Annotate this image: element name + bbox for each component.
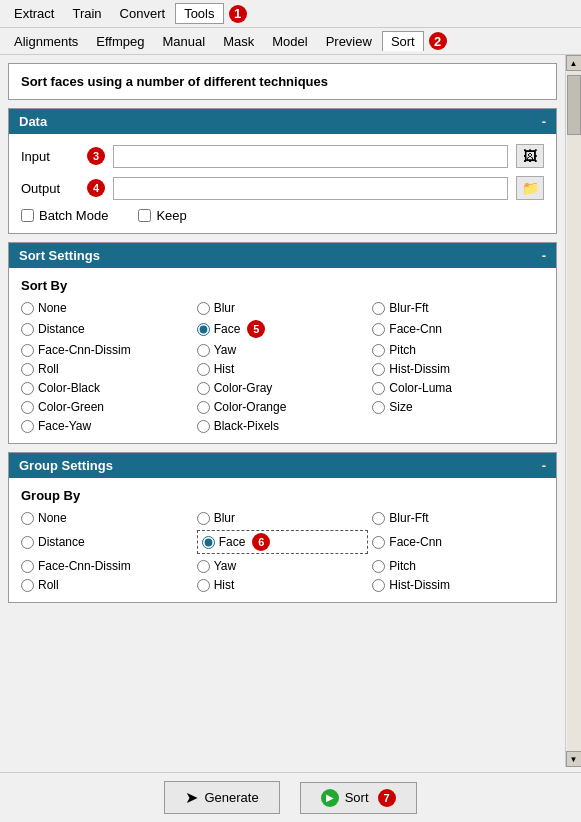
tab-manual[interactable]: Manual	[155, 32, 214, 51]
sort-color-orange: Color-Orange	[197, 400, 369, 414]
sort-button[interactable]: ▶ Sort 7	[300, 782, 417, 814]
output-browse-button[interactable]: 📁	[516, 176, 544, 200]
group-hist-dissim: Hist-Dissim	[372, 578, 544, 592]
sort-settings-header: Sort Settings -	[9, 243, 556, 268]
menu-convert[interactable]: Convert	[112, 4, 174, 23]
group-face-cnn-dissim-radio[interactable]	[21, 560, 34, 573]
menu-extract[interactable]: Extract	[6, 4, 62, 23]
group-roll: Roll	[21, 578, 193, 592]
sort-yaw-radio[interactable]	[197, 344, 210, 357]
batch-mode-checkbox[interactable]	[21, 209, 34, 222]
sort-label: Sort	[345, 790, 369, 805]
group-none-radio[interactable]	[21, 512, 34, 525]
menubar1: Extract Train Convert Tools 1	[0, 0, 581, 28]
generate-label: Generate	[204, 790, 258, 805]
tab-model[interactable]: Model	[264, 32, 315, 51]
sort-none-radio[interactable]	[21, 302, 34, 315]
group-pitch: Pitch	[372, 559, 544, 573]
group-face-cnn: Face-Cnn	[372, 530, 544, 554]
scroll-down-arrow[interactable]: ▼	[566, 751, 582, 767]
keep-label: Keep	[156, 208, 186, 223]
data-section-collapse[interactable]: -	[542, 114, 546, 129]
sort-color-luma: Color-Luma	[372, 381, 544, 395]
sort-distance-radio[interactable]	[21, 323, 34, 336]
sort-black-pixels-radio[interactable]	[197, 420, 210, 433]
group-distance-radio[interactable]	[21, 536, 34, 549]
tab-alignments[interactable]: Alignments	[6, 32, 86, 51]
input-label: Input	[21, 149, 76, 164]
sort-face: Face 5	[197, 320, 369, 338]
scroll-up-arrow[interactable]: ▲	[566, 55, 582, 71]
group-yaw: Yaw	[197, 559, 369, 573]
sort-color-gray-radio[interactable]	[197, 382, 210, 395]
data-section-body: Input 3 🖼 Output 4 📁 Batch Mode	[9, 134, 556, 233]
group-yaw-radio[interactable]	[197, 560, 210, 573]
sort-color-green-radio[interactable]	[21, 401, 34, 414]
batch-mode-item: Batch Mode	[21, 208, 108, 223]
group-face-cnn-radio[interactable]	[372, 536, 385, 549]
menubar2: Alignments Effmpeg Manual Mask Model Pre…	[0, 28, 581, 55]
sort-face-cnn-radio[interactable]	[372, 323, 385, 336]
sort-face-badge: 5	[247, 320, 265, 338]
output-label: Output	[21, 181, 76, 196]
main-container: Sort faces using a number of different t…	[0, 55, 581, 767]
sort-face-cnn: Face-Cnn	[372, 320, 544, 338]
data-section-title: Data	[19, 114, 47, 129]
keep-checkbox[interactable]	[138, 209, 151, 222]
group-hist-dissim-radio[interactable]	[372, 579, 385, 592]
input-row: Input 3 🖼	[21, 144, 544, 168]
description-box: Sort faces using a number of different t…	[8, 63, 557, 100]
input-browse-button[interactable]: 🖼	[516, 144, 544, 168]
menu-tools[interactable]: Tools	[175, 3, 223, 24]
sort-color-orange-radio[interactable]	[197, 401, 210, 414]
output-field[interactable]	[113, 177, 508, 200]
data-section: Data - Input 3 🖼 Output 4 📁	[8, 108, 557, 234]
sort-roll-radio[interactable]	[21, 363, 34, 376]
group-blur-fft-radio[interactable]	[372, 512, 385, 525]
output-badge: 4	[87, 179, 105, 197]
input-badge: 3	[87, 147, 105, 165]
tab-effmpeg[interactable]: Effmpeg	[88, 32, 152, 51]
sort-settings-collapse[interactable]: -	[542, 248, 546, 263]
tab-mask[interactable]: Mask	[215, 32, 262, 51]
tab-preview[interactable]: Preview	[318, 32, 380, 51]
group-by-label: Group By	[21, 488, 544, 503]
sort-yaw: Yaw	[197, 343, 369, 357]
sort-settings-body: Sort By None Blur Blur-Fft Distance	[9, 268, 556, 443]
description-text: Sort faces using a number of different t…	[21, 74, 328, 89]
sort-blur-radio[interactable]	[197, 302, 210, 315]
keep-item: Keep	[138, 208, 186, 223]
sort-color-green: Color-Green	[21, 400, 193, 414]
sort-blur-fft-radio[interactable]	[372, 302, 385, 315]
scroll-thumb[interactable]	[567, 75, 581, 135]
group-settings-header: Group Settings -	[9, 453, 556, 478]
generate-button[interactable]: ➤ Generate	[164, 781, 279, 814]
group-face-radio[interactable]	[202, 536, 215, 549]
group-none: None	[21, 511, 193, 525]
sort-color-luma-radio[interactable]	[372, 382, 385, 395]
sort-hist: Hist	[197, 362, 369, 376]
sort-color-black-radio[interactable]	[21, 382, 34, 395]
group-face-badge: 6	[252, 533, 270, 551]
sort-face-radio[interactable]	[197, 323, 210, 336]
menu-train[interactable]: Train	[64, 4, 109, 23]
group-settings-section: Group Settings - Group By None Blur Blur…	[8, 452, 557, 603]
sort-hist-radio[interactable]	[197, 363, 210, 376]
input-field[interactable]	[113, 145, 508, 168]
sort-pitch-radio[interactable]	[372, 344, 385, 357]
sort-hist-dissim-radio[interactable]	[372, 363, 385, 376]
group-hist-radio[interactable]	[197, 579, 210, 592]
group-settings-collapse[interactable]: -	[542, 458, 546, 473]
sort-size-radio[interactable]	[372, 401, 385, 414]
group-pitch-radio[interactable]	[372, 560, 385, 573]
tab-sort[interactable]: Sort	[382, 31, 424, 51]
group-radio-grid: None Blur Blur-Fft Distance Face 6	[21, 511, 544, 592]
sort-face-cnn-dissim: Face-Cnn-Dissim	[21, 343, 193, 357]
group-roll-radio[interactable]	[21, 579, 34, 592]
sort-face-cnn-dissim-radio[interactable]	[21, 344, 34, 357]
sort-hist-dissim: Hist-Dissim	[372, 362, 544, 376]
sort-settings-section: Sort Settings - Sort By None Blur Blur-F…	[8, 242, 557, 444]
group-face-cnn-dissim: Face-Cnn-Dissim	[21, 559, 193, 573]
group-blur-radio[interactable]	[197, 512, 210, 525]
sort-face-yaw-radio[interactable]	[21, 420, 34, 433]
